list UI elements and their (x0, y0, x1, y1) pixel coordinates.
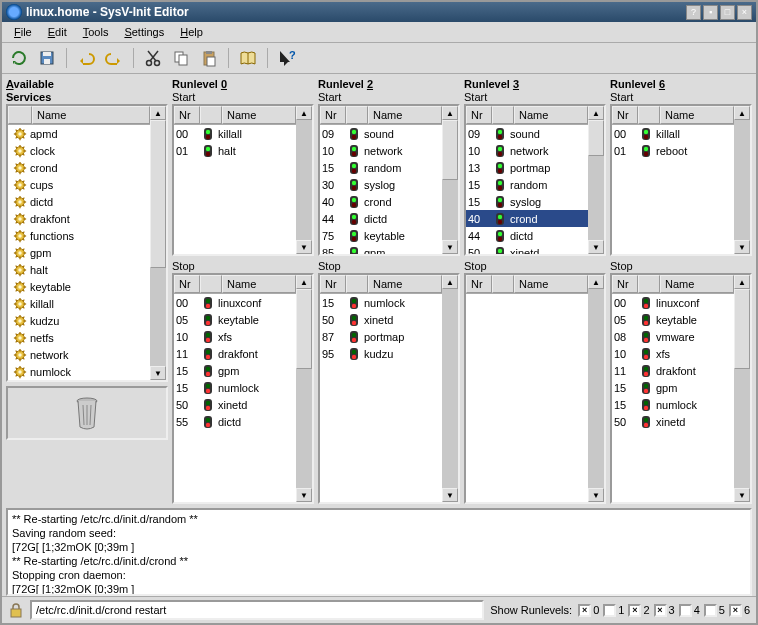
rl2-stop-list[interactable]: NrName15numlock50xinetd87portmap95kudzu … (318, 273, 460, 504)
service-row[interactable]: 09sound (466, 125, 588, 142)
service-row[interactable]: 50xinetd (612, 413, 734, 430)
service-row[interactable]: 95kudzu (320, 345, 442, 362)
led-icon (490, 161, 510, 175)
service-item[interactable]: apmd (8, 125, 150, 142)
runlevel-check-4[interactable]: 4 (679, 604, 700, 617)
led-icon (344, 313, 364, 327)
runlevel-check-2[interactable]: ×2 (628, 604, 649, 617)
manual-button[interactable] (237, 47, 259, 69)
led-icon (198, 398, 218, 412)
whatsthis-button[interactable]: ? (276, 47, 298, 69)
rl6-stop-list[interactable]: NrName00linuxconf05keytable08vmware10xfs… (610, 273, 752, 504)
undo-button[interactable] (75, 47, 97, 69)
log-output[interactable]: ** Re-starting /etc/rc.d/init.d/random *… (6, 508, 752, 596)
service-item[interactable]: dictd (8, 193, 150, 210)
runlevel-check-5[interactable]: 5 (704, 604, 725, 617)
service-row[interactable]: 09sound (320, 125, 442, 142)
service-item[interactable]: kudzu (8, 312, 150, 329)
service-item[interactable]: network (8, 346, 150, 363)
service-item[interactable]: netfs (8, 329, 150, 346)
service-row[interactable]: 50xinetd (320, 311, 442, 328)
service-row[interactable]: 44dictd (466, 227, 588, 244)
service-row[interactable]: 00linuxconf (174, 294, 296, 311)
service-row[interactable]: 00linuxconf (612, 294, 734, 311)
runlevel-check-0[interactable]: ×0 (578, 604, 599, 617)
trash-area[interactable] (6, 386, 168, 440)
led-icon (198, 364, 218, 378)
runlevel-check-3[interactable]: ×3 (654, 604, 675, 617)
runlevel-check-1[interactable]: 1 (603, 604, 624, 617)
service-row[interactable]: 08vmware (612, 328, 734, 345)
cut-button[interactable] (142, 47, 164, 69)
menu-file[interactable]: File (8, 24, 38, 40)
help-window-button[interactable]: ? (686, 5, 701, 20)
service-row[interactable]: 75keytable (320, 227, 442, 244)
menu-help[interactable]: Help (174, 24, 209, 40)
paste-button[interactable] (198, 47, 220, 69)
service-item[interactable]: crond (8, 159, 150, 176)
redo-button[interactable] (103, 47, 125, 69)
service-row[interactable]: 10network (466, 142, 588, 159)
maximize-button[interactable]: □ (720, 5, 735, 20)
service-row[interactable]: 85gpm (320, 244, 442, 254)
service-row[interactable]: 10xfs (612, 345, 734, 362)
service-item[interactable]: clock (8, 142, 150, 159)
service-row[interactable]: 15gpm (174, 362, 296, 379)
service-row[interactable]: 11drakfont (174, 345, 296, 362)
service-item[interactable]: gpm (8, 244, 150, 261)
service-item[interactable]: functions (8, 227, 150, 244)
service-row[interactable]: 01reboot (612, 142, 734, 159)
service-item[interactable]: killall (8, 295, 150, 312)
save-button[interactable] (36, 47, 58, 69)
minimize-button[interactable]: ▪ (703, 5, 718, 20)
menu-settings[interactable]: Settings (118, 24, 170, 40)
service-row[interactable]: 00killall (612, 125, 734, 142)
service-row[interactable]: 87portmap (320, 328, 442, 345)
service-row[interactable]: 00killall (174, 125, 296, 142)
service-item[interactable]: drakfont (8, 210, 150, 227)
service-item[interactable]: cups (8, 176, 150, 193)
rl3-start-list[interactable]: NrName09sound10network13portmap15random1… (464, 104, 606, 256)
led-icon (344, 330, 364, 344)
service-item[interactable]: halt (8, 261, 150, 278)
service-row[interactable]: 11drakfont (612, 362, 734, 379)
service-row[interactable]: 10xfs (174, 328, 296, 345)
close-button[interactable]: × (737, 5, 752, 20)
service-row[interactable]: 30syslog (320, 176, 442, 193)
service-row[interactable]: 55dictd (174, 413, 296, 430)
service-row[interactable]: 50xinetd (466, 244, 588, 254)
rl3-stop-list[interactable]: NrName ▲▼ (464, 273, 606, 504)
service-row[interactable]: 15numlock (612, 396, 734, 413)
service-item[interactable]: keytable (8, 278, 150, 295)
refresh-button[interactable] (8, 47, 30, 69)
service-row[interactable]: 15gpm (612, 379, 734, 396)
titlebar[interactable]: linux.home - SysV-Init Editor ? ▪ □ × (2, 2, 756, 22)
service-item[interactable]: numlock (8, 363, 150, 380)
service-row[interactable]: 05keytable (612, 311, 734, 328)
service-row[interactable]: 15numlock (320, 294, 442, 311)
service-row[interactable]: 40crond (466, 210, 588, 227)
service-row[interactable]: 15syslog (466, 193, 588, 210)
menu-edit[interactable]: Edit (42, 24, 73, 40)
service-row[interactable]: 15numlock (174, 379, 296, 396)
rl0-stop-list[interactable]: NrName00linuxconf05keytable10xfs11drakfo… (172, 273, 314, 504)
service-row[interactable]: 44dictd (320, 210, 442, 227)
runlevel-check-6[interactable]: ×6 (729, 604, 750, 617)
menu-tools[interactable]: Tools (77, 24, 115, 40)
gear-icon (10, 127, 30, 141)
service-row[interactable]: 15random (466, 176, 588, 193)
service-row[interactable]: 01halt (174, 142, 296, 159)
col-name[interactable]: Name (32, 106, 150, 124)
scrollbar[interactable]: ▲▼ (150, 106, 166, 380)
service-row[interactable]: 15random (320, 159, 442, 176)
service-row[interactable]: 05keytable (174, 311, 296, 328)
service-row[interactable]: 40crond (320, 193, 442, 210)
service-row[interactable]: 10network (320, 142, 442, 159)
rl0-start-list[interactable]: NrName00killall01halt ▲▼ (172, 104, 314, 256)
rl2-start-list[interactable]: NrName09sound10network15random30syslog40… (318, 104, 460, 256)
service-row[interactable]: 50xinetd (174, 396, 296, 413)
copy-button[interactable] (170, 47, 192, 69)
service-row[interactable]: 13portmap (466, 159, 588, 176)
available-list[interactable]: Name apmdclockcrondcupsdictddrakfontfunc… (6, 104, 168, 382)
rl6-start-list[interactable]: NrName00killall01reboot ▲▼ (610, 104, 752, 256)
